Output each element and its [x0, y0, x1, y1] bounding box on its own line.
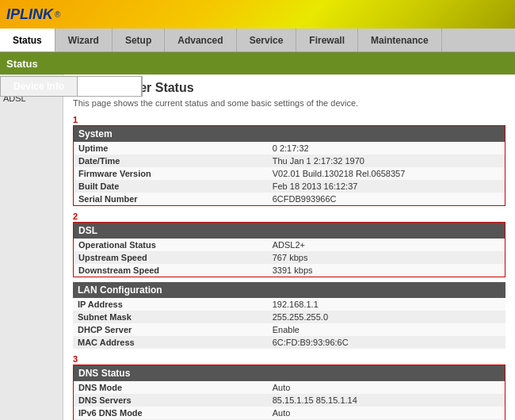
dns-table: DNS Status DNS Mode Auto DNS Servers 85.…	[73, 365, 505, 420]
uptime-label: Uptime	[74, 142, 268, 155]
datetime-label: Date/Time	[74, 155, 268, 167]
dns-servers-label: DNS Servers	[74, 394, 268, 407]
dhcp-label: DHCP Server	[73, 323, 268, 336]
sidebar: Device Info ADSL	[0, 74, 63, 420]
dsl-header: DSL	[74, 223, 505, 239]
status-label: Status	[6, 58, 38, 70]
nav-status[interactable]: Status	[0, 29, 55, 52]
subnet-label: Subnet Mask	[73, 311, 268, 323]
dns-header: DNS Status	[74, 365, 505, 382]
nav-setup[interactable]: Setup	[113, 29, 165, 52]
dns-num: 3	[73, 354, 78, 364]
logo-text: IP	[6, 6, 20, 23]
downstream-value: 3391 kbps	[268, 264, 505, 277]
ip-label: IP Address	[73, 298, 268, 311]
dsl-section: 2 DSL Operational Status ADSL2+ Upstream…	[73, 211, 505, 277]
table-row: MAC Address 6C:FD:B9:93:96:6C	[73, 336, 505, 349]
serial-label: Serial Number	[74, 193, 268, 206]
ip-value: 192.168.1.1	[268, 298, 505, 311]
dsl-table: DSL Operational Status ADSL2+ Upstream S…	[73, 222, 505, 277]
dns-servers-value: 85.15.1.15 85.15.1.14	[268, 394, 505, 407]
lan-table: LAN Configuration IP Address 192.168.1.1…	[73, 282, 505, 349]
mac-value: 6C:FD:B9:93:96:6C	[268, 336, 505, 349]
table-row: Upstream Speed 767 kbps	[74, 251, 505, 264]
header: IP LINK ®	[0, 0, 515, 29]
system-table: System Uptime 0 2:17:32 Date/Time Thu Ja…	[73, 125, 505, 206]
op-status-label: Operational Status	[74, 239, 268, 251]
page-desc: This page shows the current status and s…	[73, 98, 505, 108]
nav-firewall[interactable]: Firewall	[296, 29, 358, 52]
sub-nav: Device Info Statistics	[0, 76, 143, 97]
lan-section: LAN Configuration IP Address 192.168.1.1…	[73, 282, 505, 349]
table-row: IP Address 192.168.1.1	[73, 298, 505, 311]
table-row: DNS Mode Auto	[74, 381, 505, 394]
table-row: Downstream Speed 3391 kbps	[74, 264, 505, 277]
dns-mode-label: DNS Mode	[74, 381, 268, 394]
ipv6-dns-mode-value: Auto	[268, 407, 505, 419]
table-row: Built Date Feb 18 2013 16:12:37	[74, 180, 505, 193]
table-row: IPv6 DNS Mode Auto	[74, 407, 505, 419]
subnet-value: 255.255.255.0	[268, 311, 505, 323]
dhcp-value: Enable	[268, 323, 505, 336]
dns-mode-value: Auto	[268, 381, 505, 394]
op-status-value: ADSL2+	[268, 239, 505, 251]
downstream-label: Downstream Speed	[74, 264, 268, 277]
table-row: Subnet Mask 255.255.255.0	[73, 311, 505, 323]
mac-label: MAC Address	[73, 336, 268, 349]
table-row: Operational Status ADSL2+	[74, 239, 505, 251]
system-header: System	[74, 126, 505, 143]
nav-wizard[interactable]: Wizard	[55, 29, 113, 52]
ipv6-dns-mode-label: IPv6 DNS Mode	[74, 407, 268, 419]
system-num: 1	[73, 115, 78, 124]
logo-link: LINK	[20, 6, 53, 23]
table-row: Uptime 0 2:17:32	[74, 142, 505, 155]
nav-advanced[interactable]: Advanced	[165, 29, 236, 52]
table-row: Firmware Version V02.01 Build.130218 Rel…	[74, 167, 505, 180]
upstream-label: Upstream Speed	[74, 251, 268, 264]
firmware-label: Firmware Version	[74, 167, 268, 180]
builtdate-label: Built Date	[74, 180, 268, 193]
logo: IP LINK ®	[6, 6, 60, 23]
upstream-value: 767 kbps	[268, 251, 505, 264]
table-row: Date/Time Thu Jan 1 2:17:32 1970	[74, 155, 505, 167]
logo-registered: ®	[55, 10, 60, 19]
serial-value: 6CFDB993966C	[268, 193, 505, 206]
dns-section: 3 DNS Status DNS Mode Auto DNS Servers 8…	[73, 353, 505, 420]
builtdate-value: Feb 18 2013 16:12:37	[268, 180, 505, 193]
nav-bar: Status Wizard Setup Advanced Service Fir…	[0, 29, 515, 52]
datetime-value: Thu Jan 1 2:17:32 1970	[268, 155, 505, 167]
lan-header: LAN Configuration	[73, 282, 505, 298]
sub-nav-statistics[interactable]: Statistics	[78, 77, 142, 96]
table-row: Serial Number 6CFDB993966C	[74, 193, 505, 206]
nav-maintenance[interactable]: Maintenance	[358, 29, 442, 52]
sub-nav-device-info[interactable]: Device Info	[1, 77, 78, 96]
nav-service[interactable]: Service	[237, 29, 297, 52]
dsl-num: 2	[73, 212, 78, 221]
table-row: DHCP Server Enable	[73, 323, 505, 336]
content-area: ADSL Router Status This page shows the c…	[63, 74, 515, 420]
main-layout: Device Info ADSL ADSL Router Status This…	[0, 74, 515, 420]
uptime-value: 0 2:17:32	[268, 142, 505, 155]
system-section: 1 System Uptime 0 2:17:32 Date/Time Thu …	[73, 114, 505, 206]
firmware-value: V02.01 Build.130218 Rel.0658357	[268, 167, 505, 180]
status-bar: Status Device Info Statistics	[0, 52, 515, 74]
table-row: DNS Servers 85.15.1.15 85.15.1.14	[74, 394, 505, 407]
